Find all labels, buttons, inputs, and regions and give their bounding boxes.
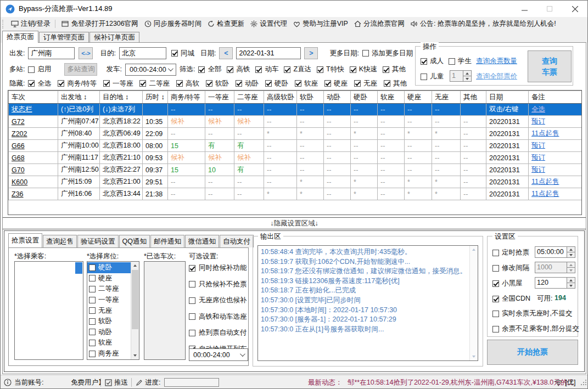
query-all-prices-link[interactable]: 查询全部票价 — [476, 72, 517, 81]
train-number[interactable]: K600 — [9, 176, 58, 188]
set-proxy-button[interactable]: 设置代理 — [250, 19, 287, 29]
book-link[interactable]: 预订 — [529, 164, 582, 176]
train-number[interactable]: Z202 — [9, 128, 58, 140]
column-header[interactable]: 一等座 — [205, 91, 234, 104]
adult-checkbox[interactable]: 成人 — [421, 57, 444, 66]
column-header[interactable]: 高级软卧 — [264, 91, 297, 104]
book-link[interactable]: 预订 — [529, 116, 582, 128]
column-header[interactable]: 动卧 — [324, 91, 351, 104]
blackroom-spinner[interactable]: 120 — [535, 277, 575, 289]
hide-checkbox[interactable]: 全选 — [28, 79, 51, 88]
scroll-up-icon[interactable] — [131, 262, 139, 269]
filter-checkbox[interactable]: T特快 — [317, 65, 344, 74]
blackroom-checkbox[interactable]: 小黑屋 — [492, 279, 523, 288]
scroll-thumb[interactable] — [132, 270, 138, 329]
same-city-checkbox[interactable]: 同城 — [171, 49, 194, 58]
depart-time-select[interactable]: 00:00-24:00 — [125, 64, 176, 76]
column-header[interactable]: 目的地 ↕ — [100, 91, 143, 104]
prev-date-button[interactable]: < — [219, 47, 233, 59]
output-scrollbar[interactable] — [469, 246, 478, 360]
option-checkbox[interactable]: 抢到票自动支付 — [189, 328, 247, 337]
hide-checkbox[interactable]: 无座 — [354, 79, 377, 88]
hide-checkbox[interactable]: 一等座 — [103, 79, 133, 88]
open-12306-button[interactable]: 免登录打开12306官网 — [61, 19, 138, 29]
seat-option[interactable]: 硬卧 — [87, 262, 131, 273]
column-header[interactable]: 软座 — [378, 91, 405, 104]
partial-submit-checkbox[interactable]: 余票不足乘客时,部分提交 — [492, 324, 579, 334]
column-header[interactable]: 商务/特等 — [168, 91, 205, 104]
train-row[interactable]: Z36 广州16:06 北京西13:44 21:38 -- -- -- * * … — [9, 188, 582, 200]
option-checkbox[interactable]: 无座席位也候补 — [189, 296, 247, 305]
train-row[interactable]: 状态栏 (↑)已选0列 (↓)未选7列 -- -- -- -- -- -- --… — [9, 104, 582, 116]
seat-option[interactable]: 硬座 — [87, 273, 131, 284]
seat-option[interactable]: 无座 — [87, 305, 131, 316]
option-checkbox[interactable]: 同时抢候补功能 — [189, 263, 247, 273]
child-checkbox[interactable]: 儿童 — [421, 72, 444, 81]
train-number[interactable]: G68 — [9, 152, 58, 164]
train-number[interactable]: G70 — [9, 164, 58, 176]
hide-checkbox[interactable]: 软座 — [295, 79, 318, 88]
book-link[interactable]: 全选 — [529, 104, 582, 116]
train-row[interactable]: G66 广州南10:00 北京西18:00 08:00 15 有 有 -- --… — [9, 140, 582, 152]
seat-option[interactable]: 软卧 — [87, 316, 131, 327]
filter-checkbox[interactable]: 其他 — [383, 65, 406, 74]
cdn-checkbox[interactable]: 全国CDN — [492, 294, 530, 303]
option-checkbox[interactable]: 只抢候补不抢票 — [189, 280, 247, 289]
scroll-down-icon[interactable] — [470, 353, 478, 360]
book-link[interactable]: 11点起售 — [529, 176, 582, 188]
book-link[interactable]: 预订 — [529, 140, 582, 152]
column-header[interactable]: 无座 — [432, 91, 461, 104]
grab-time-select[interactable]: 00:00-24:00 — [189, 348, 248, 361]
noseat-nosubmit-checkbox[interactable]: 实时余票无座时,不提交 — [492, 309, 572, 318]
dest-input[interactable] — [119, 47, 166, 59]
hide-checkbox[interactable]: 软卧 — [206, 79, 229, 88]
hide-checkbox[interactable]: 动卧 — [236, 79, 259, 88]
hide-checkbox[interactable]: 商务/特等 — [58, 79, 96, 88]
train-row[interactable]: G72 广州南07:47 北京西18:22 10:35 候补 候补 候补 -- … — [9, 116, 582, 128]
selected-trains-listbox[interactable] — [144, 261, 186, 360]
column-header[interactable]: 日期 — [486, 91, 529, 104]
column-header[interactable]: 车次 — [9, 91, 58, 104]
query-ticket-button[interactable]: 查询车票 — [528, 50, 572, 82]
minimize-button[interactable] — [512, 1, 537, 17]
logout-login-button[interactable]: 注销/登录 — [11, 19, 50, 29]
interval-checkbox[interactable]: 修改间隔 — [492, 263, 529, 273]
filter-checkbox[interactable]: 全部 — [198, 65, 221, 74]
column-header[interactable]: 历时 ↕ — [143, 91, 168, 104]
student-checkbox[interactable]: 学生 — [449, 57, 472, 66]
hide-checkbox[interactable]: 高软 — [176, 79, 199, 88]
settings-tab[interactable]: 邮件通知 — [150, 235, 184, 247]
settings-tab[interactable]: 查询起售 — [43, 235, 77, 247]
official-site-button[interactable]: 分流抢票官网 — [354, 19, 405, 29]
swap-stations-button[interactable]: <-> — [79, 47, 93, 59]
passenger-listbox[interactable] — [14, 261, 83, 360]
multi-station-query-button[interactable]: 多站查询 — [64, 63, 97, 76]
close-button[interactable] — [562, 1, 587, 17]
hide-checkbox[interactable]: 硬卧 — [265, 79, 288, 88]
column-header[interactable]: 硬卧 — [351, 91, 378, 104]
timed-grab-checkbox[interactable]: 定时抢票 — [492, 248, 529, 257]
hide-checkbox[interactable]: 二等座 — [139, 79, 170, 88]
train-row[interactable]: G70 广州南12:50 北京西22:27 09:37 15 10 有 -- -… — [9, 164, 582, 176]
timed-grab-spinner[interactable]: 05:00:00 — [535, 246, 575, 258]
column-header[interactable]: 软卧 — [297, 91, 324, 104]
settings-tab[interactable]: 自动支付 — [220, 235, 254, 247]
depart-input[interactable] — [28, 47, 75, 59]
child-count-spinner[interactable]: 1 — [450, 70, 472, 82]
push-label[interactable]: 推送 — [114, 375, 128, 389]
seat-option[interactable]: 一等座 — [87, 295, 131, 306]
add-more-dates-checkbox[interactable]: 添加更多日期 — [362, 49, 413, 58]
train-number[interactable]: G66 — [9, 140, 58, 152]
train-row[interactable]: Z202 广州08:40 北京西06:49 22:09 -- -- -- * *… — [9, 128, 582, 140]
maximize-button[interactable] — [537, 1, 562, 17]
book-link[interactable]: 预订 — [529, 152, 582, 164]
seat-option[interactable]: 软座 — [87, 337, 131, 348]
column-header[interactable]: 硬座 — [405, 91, 432, 104]
filter-checkbox[interactable]: 高铁 — [227, 65, 250, 74]
main-tab[interactable]: 候补订单页面 — [89, 32, 139, 43]
filter-checkbox[interactable]: 动车 — [255, 65, 278, 74]
date-input[interactable] — [236, 47, 301, 59]
scroll-up-icon[interactable] — [470, 246, 478, 253]
scroll-down-icon[interactable] — [131, 352, 139, 359]
check-update-button[interactable]: 检查更新 — [208, 19, 244, 29]
